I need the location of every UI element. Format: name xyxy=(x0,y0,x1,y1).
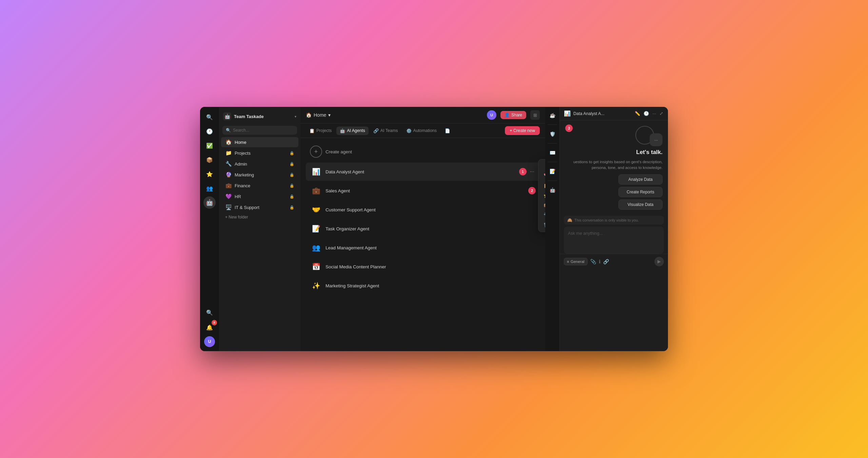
chevron-down-icon: ▾ xyxy=(328,112,331,118)
create-new-button[interactable]: + Create new xyxy=(505,126,540,135)
strip-separator-4 xyxy=(548,180,557,181)
tab-ai-teams-label: AI Teams xyxy=(380,128,398,133)
app-window: 🔍 🕐 ✅ 📦 ⭐ 👥 🤖 🔍 🔔 8 U 🤖 Team Taskade ▾ 🔍… xyxy=(200,107,668,351)
sidebar-item-hr-label: HR xyxy=(235,194,287,199)
members-icon[interactable]: 👥 xyxy=(203,182,216,194)
right-panel-header: 📊 Data Analyst A... ✏️ 🕐 ··· ⤢ xyxy=(560,107,668,120)
info-icon[interactable]: ℹ xyxy=(599,259,600,264)
tab-ai-agents[interactable]: 🤖 AI Agents xyxy=(336,127,369,135)
menu-item-add-knowledge[interactable]: 📦 Add knowledge xyxy=(540,201,545,210)
tasks-icon[interactable]: ✅ xyxy=(203,139,216,152)
agent-dots-button[interactable]: ··· xyxy=(529,168,536,175)
edit-panel-icon[interactable]: ✏️ xyxy=(634,110,641,117)
sidebar-item-projects[interactable]: 📁 Projects 🔒 xyxy=(221,148,298,158)
sidebar: 🤖 Team Taskade ▾ 🔍 Search... 🏠 Home 📁 Pr… xyxy=(219,107,300,351)
chat-input-area[interactable]: Ask me anything... xyxy=(564,227,664,254)
expand-panel-icon[interactable]: ⤢ xyxy=(659,110,664,117)
home-breadcrumb[interactable]: 🏠 Home ▾ xyxy=(306,112,331,118)
action-buttons: Analyze Data Create Reports Visualize Da… xyxy=(560,174,668,214)
share-icon: 👤 xyxy=(505,113,510,117)
send-button[interactable]: ▶ xyxy=(654,257,664,266)
sidebar-item-home[interactable]: 🏠 Home xyxy=(221,137,298,147)
menu-item-edit[interactable]: ✏️ Edit agent xyxy=(540,171,545,181)
link-icon[interactable]: 🔗 xyxy=(603,259,609,264)
sidebar-item-finance[interactable]: 💼 Finance 🔒 xyxy=(221,180,298,191)
sidebar-item-marketing-label: Marketing xyxy=(235,172,287,177)
home-nav-icon: 🏠 xyxy=(306,112,312,118)
create-reports-button[interactable]: Create Reports xyxy=(618,187,663,197)
inbox-icon[interactable]: 📦 xyxy=(203,154,216,166)
sidebar-item-projects-label: Projects xyxy=(235,151,287,156)
agent-row-social-media[interactable]: 📅 Social Media Content Planner xyxy=(306,257,540,276)
sidebar-item-hr[interactable]: 💜 HR 🔒 xyxy=(221,191,298,202)
attachment-icon[interactable]: 📎 xyxy=(590,259,596,264)
ai-agent-icon[interactable]: 🤖 xyxy=(203,196,216,209)
recent-icon[interactable]: 🕐 xyxy=(203,125,216,137)
notification-badge[interactable]: 🔔 8 xyxy=(203,321,216,333)
projects-tab-icon: 📋 xyxy=(309,128,315,133)
visibility-note: 🙈 This conversation is only visible to y… xyxy=(564,216,664,225)
strip-icon-2[interactable]: 🛡️ xyxy=(547,129,557,139)
menu-item-unstar[interactable]: ⭐ Unstar xyxy=(540,191,545,201)
tab-ai-teams[interactable]: 🔗 AI Teams xyxy=(370,127,401,135)
sidebar-item-finance-label: Finance xyxy=(235,183,287,188)
menu-item-share[interactable]: ↗ Share xyxy=(540,161,545,171)
agent-row-marketing-strategist[interactable]: ✨ Marketing Strategist Agent xyxy=(306,276,540,295)
sidebar-item-marketing[interactable]: 🔮 Marketing 🔒 xyxy=(221,170,298,180)
share-menu-icon: ↗ xyxy=(544,164,545,169)
user-avatar[interactable]: U xyxy=(204,336,215,347)
agent-row-customer-support[interactable]: 🤝 Customer Support Agent xyxy=(306,201,540,219)
more-panel-icon[interactable]: ··· xyxy=(652,110,657,117)
strip-icon-1[interactable]: ☕ xyxy=(547,110,557,120)
favorites-icon[interactable]: ⭐ xyxy=(203,168,216,180)
sidebar-item-home-label: Home xyxy=(235,140,294,145)
chevron-down-icon: ▾ xyxy=(295,115,296,118)
agent-row-task-organizer[interactable]: 📝 Task Organizer Agent xyxy=(306,220,540,238)
strip-icon-agent[interactable]: 🤖 xyxy=(547,185,557,195)
agent-row-sales[interactable]: 💼 Sales Agent 2 xyxy=(306,182,540,200)
create-agent-row[interactable]: + Create agent xyxy=(306,142,540,161)
search-input[interactable]: Search... xyxy=(233,128,249,133)
general-label: General xyxy=(571,260,585,264)
create-agent-plus-icon: + xyxy=(310,146,322,158)
search-icon[interactable]: 🔍 xyxy=(203,111,216,123)
top-bar: 🏠 Home ▾ U 👤 Share ⊞ xyxy=(300,107,545,123)
strip-icon-4[interactable]: 📝 xyxy=(547,166,557,176)
menu-item-copy[interactable]: 📋 Copy agent xyxy=(540,181,545,191)
search-box[interactable]: 🔍 Search... xyxy=(222,126,297,135)
tab-automations[interactable]: ⚙️ Automations xyxy=(403,127,440,135)
tab-extra[interactable]: 📄 xyxy=(441,127,454,135)
team-header[interactable]: 🤖 Team Taskade ▾ xyxy=(219,110,300,124)
agent-list: + Create agent 📊 Data Analyst Agent 1 ··… xyxy=(300,138,545,351)
agent-name-customer-support: Customer Support Agent xyxy=(326,207,536,212)
agent-row-data-analyst[interactable]: 📊 Data Analyst Agent 1 ··· ↗ Share ✏️ Ed… xyxy=(306,163,540,181)
notification-count: 8 xyxy=(212,320,217,325)
strip-icon-3[interactable]: ✉️ xyxy=(547,148,557,158)
user-avatar-top[interactable]: U xyxy=(487,110,496,120)
agent-row-lead-management[interactable]: 👥 Lead Management Agent xyxy=(306,238,540,257)
sidebar-item-admin[interactable]: 🔧 Admin 🔒 xyxy=(221,159,298,169)
clock-panel-icon[interactable]: 🕐 xyxy=(643,110,650,117)
visualize-data-button[interactable]: Visualize Data xyxy=(618,199,663,210)
menu-item-delete[interactable]: 🗑️ Delete xyxy=(540,220,545,230)
share-button[interactable]: 👤 Share xyxy=(500,111,526,119)
menu-item-add-tools[interactable]: 🔧 Add tools xyxy=(540,210,545,220)
new-folder-item[interactable]: + New folder xyxy=(221,213,298,221)
search-bottom-icon[interactable]: 🔍 xyxy=(203,306,216,319)
copy-menu-icon: 📋 xyxy=(544,183,545,188)
sidebar-item-it-support[interactable]: 🖥️ IT & Support 🔒 xyxy=(221,202,298,212)
agent-name-lead-management: Lead Management Agent xyxy=(326,245,536,250)
new-folder-label: + New folder xyxy=(225,215,248,220)
lets-talk-heading: Let's talk. xyxy=(560,149,668,158)
it-icon: 🖥️ xyxy=(225,204,232,210)
analyze-data-button[interactable]: Analyze Data xyxy=(618,174,663,185)
tab-projects[interactable]: 📋 Projects xyxy=(306,127,335,135)
home-label: Home xyxy=(314,112,326,118)
hr-icon: 💜 xyxy=(225,193,232,199)
general-button[interactable]: ≡ General xyxy=(564,258,588,265)
bubble-inner: ··· xyxy=(650,133,663,146)
sidebar-toggle-button[interactable]: ⊞ xyxy=(530,110,540,120)
panel-badge-3: 3 xyxy=(565,125,573,132)
lock-icon-finance: 🔒 xyxy=(290,184,294,188)
finance-icon: 💼 xyxy=(225,183,232,189)
